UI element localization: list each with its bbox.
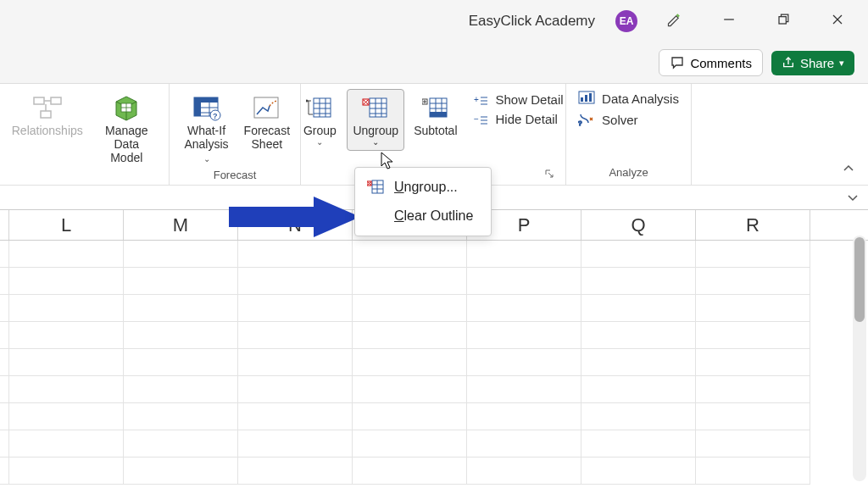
grid-cell[interactable]: [238, 430, 353, 458]
column-header[interactable]: L: [9, 210, 124, 240]
ungroup-button[interactable]: Ungroup ⌄: [347, 89, 404, 151]
grid-cell[interactable]: [0, 349, 9, 376]
grid-cell[interactable]: [696, 430, 810, 458]
grid-cell[interactable]: [696, 322, 810, 349]
grid-cell[interactable]: [581, 430, 696, 458]
grid-cell[interactable]: [124, 268, 238, 295]
relationships-button[interactable]: Relationships: [7, 89, 88, 141]
grid-cell[interactable]: [581, 268, 696, 295]
grid-cell[interactable]: [353, 268, 467, 295]
grid-cell[interactable]: [124, 241, 238, 268]
grid-cell[interactable]: [696, 268, 810, 295]
grid-cell[interactable]: [467, 458, 581, 485]
grid-cell[interactable]: [238, 295, 353, 322]
grid-cell[interactable]: [0, 268, 9, 295]
data-analysis-button[interactable]: Data Analysis: [575, 89, 682, 108]
avatar[interactable]: EA: [615, 10, 637, 32]
close-icon[interactable]: [821, 11, 854, 31]
grid-cell[interactable]: [238, 376, 353, 403]
grid-cell[interactable]: [9, 295, 124, 322]
grid-cell[interactable]: [353, 403, 467, 430]
grid-cell[interactable]: [353, 349, 467, 376]
grid-cell[interactable]: [9, 268, 124, 295]
grid-cell[interactable]: [124, 458, 238, 485]
grid-cell[interactable]: [467, 268, 581, 295]
grid-cell[interactable]: [238, 268, 353, 295]
grid-cell[interactable]: [0, 241, 9, 268]
column-header[interactable]: Q: [581, 210, 696, 240]
grid-cell[interactable]: [696, 241, 810, 268]
comments-button[interactable]: Comments: [659, 49, 763, 76]
grid-cell[interactable]: [0, 295, 9, 322]
grid-cell[interactable]: [124, 376, 238, 403]
grid-cell[interactable]: [9, 458, 124, 485]
grid-cell[interactable]: [581, 458, 696, 485]
grid-cell[interactable]: [9, 376, 124, 403]
grid-cell[interactable]: [696, 403, 810, 430]
grid-cell[interactable]: [353, 430, 467, 458]
menu-item-ungroup[interactable]: Ungroup...: [355, 173, 491, 202]
grid-cell[interactable]: [696, 458, 810, 485]
grid-cell[interactable]: [353, 322, 467, 349]
grid-cell[interactable]: [353, 458, 467, 485]
solver-button[interactable]: ? Solver: [575, 110, 642, 129]
grid-cell[interactable]: [9, 241, 124, 268]
grid-cell[interactable]: [696, 295, 810, 322]
grid-cell[interactable]: [581, 295, 696, 322]
grid-cell[interactable]: [353, 376, 467, 403]
grid-cell[interactable]: [238, 322, 353, 349]
column-header[interactable]: M: [124, 210, 238, 240]
grid-cell[interactable]: [9, 349, 124, 376]
grid-cell[interactable]: [238, 241, 353, 268]
grid-cell[interactable]: [238, 458, 353, 485]
restore-icon[interactable]: [766, 11, 800, 31]
grid-cell[interactable]: [696, 349, 810, 376]
grid-cell[interactable]: [238, 349, 353, 376]
grid-cell[interactable]: [581, 241, 696, 268]
column-header[interactable]: R: [696, 210, 810, 240]
grid-cell[interactable]: [0, 403, 9, 430]
subtotal-button[interactable]: Subtotal: [408, 89, 463, 141]
grid-cell[interactable]: [124, 430, 238, 458]
hide-detail-button[interactable]: − Hide Detail: [470, 110, 567, 128]
scroll-thumb[interactable]: [854, 237, 865, 322]
grid-cell[interactable]: [581, 376, 696, 403]
forecast-sheet-button[interactable]: Forecast Sheet: [240, 89, 293, 155]
grid-cell[interactable]: [467, 403, 581, 430]
grid-cell[interactable]: [9, 403, 124, 430]
grid-cell[interactable]: [238, 403, 353, 430]
spreadsheet-grid[interactable]: // rows generated below after JSON parse: [0, 241, 868, 488]
pen-icon[interactable]: [658, 11, 692, 31]
collapse-ribbon-button[interactable]: [841, 161, 856, 180]
grid-cell[interactable]: [467, 295, 581, 322]
grid-cell[interactable]: [467, 349, 581, 376]
grid-cell[interactable]: [696, 376, 810, 403]
grid-cell[interactable]: [467, 376, 581, 403]
grid-cell[interactable]: [467, 430, 581, 458]
grid-cell[interactable]: [0, 458, 9, 485]
expand-formula-bar-button[interactable]: [846, 191, 860, 208]
grid-cell[interactable]: [124, 403, 238, 430]
minimize-icon[interactable]: [712, 11, 746, 31]
grid-cell[interactable]: [467, 322, 581, 349]
grid-cell[interactable]: [124, 349, 238, 376]
group-button[interactable]: Group ⌄: [296, 89, 343, 151]
grid-cell[interactable]: [124, 322, 238, 349]
dialog-launcher-outline[interactable]: [543, 168, 555, 180]
grid-cell[interactable]: [467, 241, 581, 268]
grid-cell[interactable]: [581, 349, 696, 376]
grid-cell[interactable]: [9, 322, 124, 349]
grid-cell[interactable]: [353, 241, 467, 268]
grid-cell[interactable]: [0, 430, 9, 458]
grid-cell[interactable]: [9, 430, 124, 458]
menu-item-clear-outline[interactable]: Clear Outline: [355, 202, 491, 230]
show-detail-button[interactable]: + Show Detail: [470, 91, 567, 108]
vertical-scrollbar[interactable]: [853, 236, 866, 481]
grid-cell[interactable]: [353, 295, 467, 322]
grid-cell[interactable]: [124, 295, 238, 322]
whatif-button[interactable]: ? What-If Analysis ⌄: [176, 89, 237, 169]
grid-cell[interactable]: [581, 322, 696, 349]
share-button[interactable]: Share ▾: [771, 51, 854, 75]
manage-data-model-button[interactable]: Manage Data Model: [92, 89, 162, 169]
grid-cell[interactable]: [0, 376, 9, 403]
